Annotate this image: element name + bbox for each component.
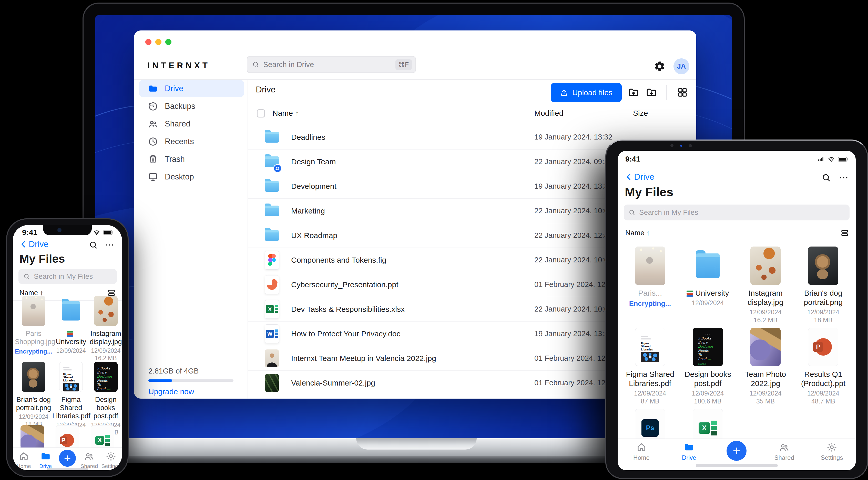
file-modified-date: 22 January 2024. 10:08 [534,256,613,264]
close-window-button[interactable] [145,39,151,45]
sidebar-item-recents[interactable]: Recents [139,133,244,150]
grid-item[interactable]: University12/09/2024 [679,246,737,328]
sidebar-item-desktop[interactable]: Desktop [139,168,244,185]
back-button[interactable]: Drive [19,239,49,249]
encrypting-status: Encrypting... [15,348,52,355]
tab-drive[interactable]: Drive [665,439,713,464]
column-header-modified[interactable]: Modified [534,109,563,117]
grid-item[interactable]: Team Photo 2022.jpg12/09/202435 MB [737,328,795,409]
file-modified-date: 19 January 2024. 13:32 [534,133,613,141]
drive-search-bar[interactable]: ⌘F [247,56,416,73]
grid-item[interactable]: Paris Shopping.jpgEncrypting... [15,296,52,362]
minimize-window-button[interactable] [155,39,161,45]
tab-home[interactable]: Home [618,439,665,464]
search-input[interactable] [639,208,845,216]
file-date: 12/09/2024 [56,347,86,354]
zoom-window-button[interactable] [165,39,172,45]
tab-bar: Home Drive+ Shared Settings [618,439,856,464]
tab-drive[interactable]: Drive [35,448,56,470]
file-name: Team Photo 2022.jpg [741,370,790,388]
grid-item[interactable]: University12/09/2024 [52,296,90,362]
tab-shared[interactable]: Shared [79,448,100,470]
page-title: My Files [625,185,673,199]
tab-shared[interactable]: Shared [761,439,808,464]
file-name: Valencia-Summer-02.jpg [291,379,375,387]
search-input[interactable] [263,60,392,69]
storage-usage-label: 2.81GB of 4GB [148,367,234,375]
file-date: 12/09/2024 [91,347,120,354]
avatar[interactable]: JA [674,58,689,74]
add-button[interactable]: + [56,448,78,470]
file-name: Brian's dog portrait.png [799,288,847,307]
tab-settings[interactable]: Settings [100,448,122,470]
grid-item[interactable]: Instagram display.jpg12/09/202416.2 MB [90,296,122,362]
sidebar-item-shared[interactable]: Shared [139,115,244,133]
back-button[interactable]: Drive [624,172,654,182]
window-controls [145,39,172,45]
grid-item[interactable]: Figma Shared LibrariesFigma Shared Libra… [621,328,679,409]
file-name: Figma Shared Libraries.pdf [626,370,675,388]
grid-item[interactable]: PResults Q1 (Product).ppt12/09/202448.7 … [795,328,852,409]
tab-home[interactable]: Home [13,448,35,470]
file-modified-date: 19 January 2024. 13:34 [534,182,613,191]
file-name: How to Protect Your Privacy.doc [291,330,400,338]
grid-item[interactable]: Instagram display.jpg12/09/202416.2 MB [737,246,795,328]
home-indicator[interactable] [696,464,778,467]
column-header-size[interactable]: Size [633,109,648,117]
more-options-icon[interactable] [105,240,114,250]
file-modified-date: 19 January 2024. 13:25 [534,330,613,338]
powerpoint-file-icon [265,275,279,294]
photo-thumbnail [265,374,279,392]
sort-by-name[interactable]: Name ↑ [625,229,650,237]
search-icon [628,209,636,216]
home-indicator[interactable] [47,468,88,470]
upgrade-now-link[interactable]: Upgrade now [148,387,234,396]
file-date: 12/09/2024 [750,390,782,397]
home-icon [19,451,29,461]
column-header-name[interactable]: Name ↑ [272,109,299,117]
files-search-bar[interactable] [19,269,117,284]
upload-files-button[interactable]: Upload files [551,83,622,102]
tab-bar: Home Drive+ Shared Settings [13,447,122,470]
grid-item[interactable]: 5 Books EveryDesigner NeedsTo ReadVOL. T… [90,362,122,436]
files-search-bar[interactable] [624,205,849,220]
sidebar-item-backups[interactable]: Backups [139,97,244,115]
folder-icon [265,230,279,241]
select-all-checkbox[interactable] [257,109,265,117]
sidebar-item-label: Backups [165,102,195,111]
storage-widget: 2.81GB of 4GB Upgrade now [148,367,234,396]
more-options-icon[interactable] [839,173,848,182]
settings-gear-icon[interactable] [654,60,665,72]
sidebar-item-drive[interactable]: Drive [139,80,244,97]
file-date: 12/09/2024 [807,308,839,316]
grid-view-icon[interactable] [677,87,688,98]
sidebar-item-trash[interactable]: Trash [139,150,244,168]
tab-settings[interactable]: Settings [808,439,856,464]
page-title: My Files [20,252,65,266]
grid-item[interactable]: Brian's dog portrait.png12/09/202418 MB [15,362,52,436]
search-icon[interactable] [822,173,831,182]
grid-item[interactable]: Paris...Encrypting... [621,246,679,328]
new-folder-icon[interactable] [646,87,657,98]
file-name: Internxt Team Meetup in Valencia 2022.jp… [291,354,436,363]
pdf-thumbnail: Figma Shared Libraries [59,362,83,392]
upload-folder-icon[interactable] [628,87,639,98]
add-button[interactable]: + [713,439,761,464]
file-date: 12/09/2024 [634,390,666,397]
file-name: Deadlines [291,133,325,142]
folder-icon [693,246,723,285]
grid-item[interactable]: Brian's dog portrait.png12/09/202418 MB [795,246,852,328]
toolbar-divider [666,85,666,100]
file-name: Figma Shared Libraries.pdf [52,396,90,420]
grid-item[interactable]: 5 Books EveryDesigner NeedsTo ReadVOL. T… [679,328,737,409]
list-view-icon[interactable] [840,229,849,237]
sidebar-item-label: Trash [165,155,185,164]
tab-label: Drive [682,454,696,461]
grid-item[interactable]: Figma Shared LibrariesFigma Shared Libra… [52,362,90,436]
file-modified-date: 22 January 2024. 10:08 [534,207,613,215]
search-input[interactable] [34,272,112,281]
paris-thumbnail [635,246,665,285]
ipad-cameras [671,144,692,147]
monitor-icon [148,172,158,182]
search-icon[interactable] [89,240,98,250]
